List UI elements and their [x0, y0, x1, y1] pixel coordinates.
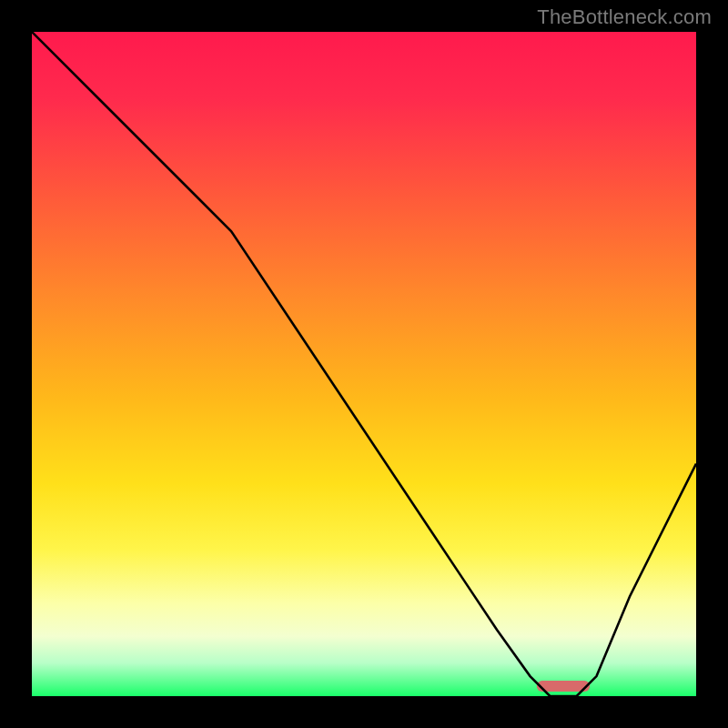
watermark-text: TheBottleneck.com: [537, 5, 712, 29]
bottleneck-curve: [32, 32, 696, 696]
chart-container: TheBottleneck.com: [0, 0, 728, 728]
plot-area: [32, 32, 696, 696]
chart-overlay: [32, 32, 696, 696]
